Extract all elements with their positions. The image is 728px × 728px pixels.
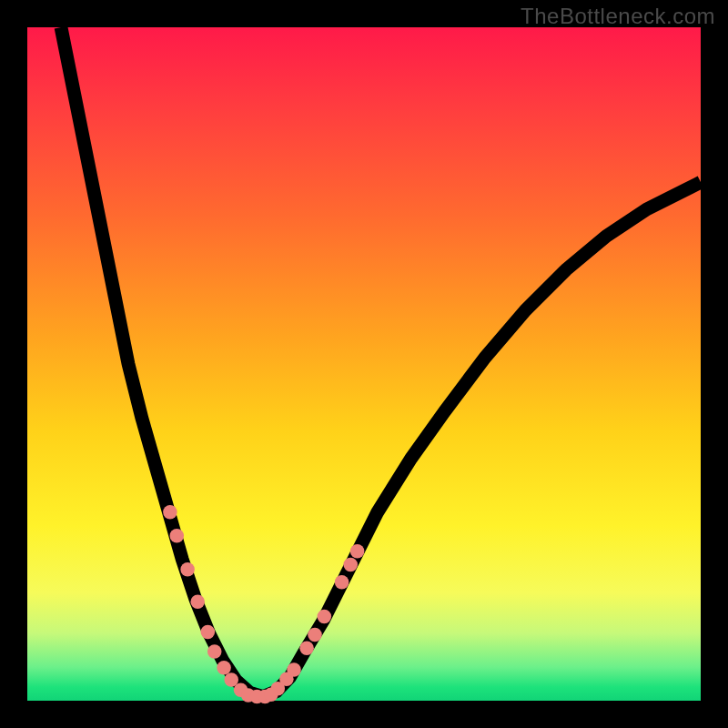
chart-frame: TheBottleneck.com [0, 0, 728, 728]
watermark-text: TheBottleneck.com [521, 4, 715, 29]
sample-dot [318, 610, 332, 624]
plot-area [27, 27, 701, 701]
sample-dot [264, 688, 278, 703]
sample-dot [170, 529, 185, 543]
sample-dot [287, 662, 301, 677]
curve-left [61, 27, 263, 697]
sample-dot [335, 575, 349, 590]
plot-svg [27, 27, 701, 701]
sample-dot [299, 642, 314, 656]
sample-dot [163, 505, 177, 520]
sample-dot [180, 562, 195, 577]
sample-dot [190, 594, 205, 609]
sample-dot [217, 661, 231, 675]
sample-dot [308, 628, 322, 642]
sample-dot [350, 544, 365, 559]
sample-dot [201, 625, 216, 640]
sample-dot [207, 644, 222, 659]
sample-dot [343, 558, 358, 572]
